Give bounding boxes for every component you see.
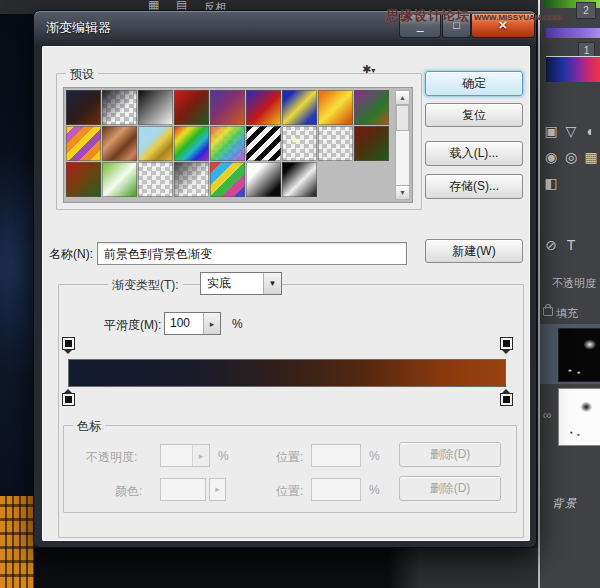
- delete-opacity-stop-button[interactable]: 删除(D): [399, 442, 501, 467]
- layer-thumbnail-dark[interactable]: [558, 328, 600, 382]
- smoothness-label: 平滑度(M):: [104, 317, 161, 334]
- hue-saturation-icon[interactable]: ◉: [542, 145, 560, 169]
- color-stop-right[interactable]: [500, 389, 512, 405]
- exposure-icon[interactable]: ◐: [582, 119, 600, 143]
- stop-opacity-position-field[interactable]: [311, 444, 361, 467]
- gradient-preset-row-spectrum[interactable]: [546, 56, 600, 82]
- watermark-site: 思缘设计论坛: [386, 7, 470, 25]
- gradient-swatch[interactable]: [138, 162, 173, 197]
- stop-opacity-position-label: 位置:: [276, 449, 303, 466]
- gradient-swatch[interactable]: [246, 126, 281, 161]
- chevron-down-icon[interactable]: ▼: [263, 273, 281, 294]
- spinner-arrow-icon[interactable]: ▸: [203, 313, 220, 334]
- adjustments-panel-row2: ⊘ T: [540, 232, 600, 258]
- gradient-swatch[interactable]: [66, 126, 101, 161]
- color-stop-square: [63, 394, 74, 405]
- gradient-swatch[interactable]: [102, 90, 137, 125]
- gradient-swatch[interactable]: [66, 162, 101, 197]
- gradient-swatch[interactable]: [138, 126, 173, 161]
- stop-color-position-unit: %: [369, 483, 380, 497]
- levels-icon[interactable]: ▣: [542, 119, 560, 143]
- gradient-swatch[interactable]: [174, 162, 209, 197]
- stop-opacity-position-unit: %: [369, 449, 380, 463]
- gradient-swatch[interactable]: [282, 90, 317, 125]
- gradient-swatch[interactable]: [354, 90, 389, 125]
- opacity-stop-pointer: [63, 349, 73, 354]
- color-picker-arrow-icon[interactable]: ▸: [209, 478, 226, 501]
- gradient-preset-row-purple[interactable]: [546, 28, 600, 38]
- preset-scrollbar[interactable]: ▲ ▼: [395, 90, 410, 200]
- watermark-url: WWW.MISSYUAN.COM: [474, 13, 562, 22]
- background-layer-label: 背景: [552, 496, 578, 511]
- stops-label: 色标: [73, 418, 105, 435]
- spinner-arrow-icon[interactable]: ▸: [192, 445, 209, 466]
- load-button[interactable]: 载入(L)...: [425, 141, 523, 166]
- new-button[interactable]: 新建(W): [425, 239, 523, 263]
- gradient-swatch[interactable]: [210, 90, 245, 125]
- opacity-stop-square: [63, 338, 74, 349]
- smoothness-stepper[interactable]: 100 ▸: [164, 312, 221, 335]
- gradient-preview-bar[interactable]: [68, 359, 506, 387]
- gradient-swatch[interactable]: [354, 126, 389, 161]
- scroll-down-icon[interactable]: ▼: [396, 185, 409, 199]
- color-stop-square: [501, 394, 512, 405]
- gradient-swatch[interactable]: [246, 90, 281, 125]
- opacity-stop-left[interactable]: [62, 338, 74, 354]
- color-balance-icon[interactable]: ◎: [562, 145, 580, 169]
- dialog-title[interactable]: 渐变编辑器: [46, 19, 111, 37]
- stop-opacity-label: 不透明度:: [86, 449, 137, 466]
- gradient-type-label: 渐变类型(T):: [108, 277, 183, 294]
- link-icon: ∞: [543, 408, 552, 422]
- adjustments-panel: ▣ ▽ ◐ ◉ ◎ ▦ ◧: [540, 118, 600, 196]
- stop-color-label: 颜色:: [115, 483, 142, 500]
- stop-color-swatch[interactable]: [160, 478, 206, 501]
- gradient-editor-dialog: 渐变编辑器 – □ × 预设 ✱▾: [33, 10, 537, 548]
- reset-button[interactable]: 复位: [425, 103, 523, 127]
- gradient-swatch[interactable]: [282, 126, 317, 161]
- invert-icon[interactable]: ⊘: [542, 233, 560, 257]
- opacity-stop-right[interactable]: [500, 338, 512, 354]
- ok-button[interactable]: 确定: [425, 71, 523, 96]
- curves-icon[interactable]: ▽: [562, 119, 580, 143]
- gradient-swatch[interactable]: [174, 126, 209, 161]
- smoothness-value[interactable]: 100: [165, 313, 203, 334]
- gradient-swatch[interactable]: [210, 126, 245, 161]
- gradient-map-icon[interactable]: ◧: [542, 171, 560, 195]
- gear-icon[interactable]: ✱▾: [362, 63, 375, 76]
- color-stop-left[interactable]: [62, 389, 74, 405]
- gradient-swatch[interactable]: [318, 126, 353, 161]
- name-input[interactable]: 前景色到背景色渐变: [97, 242, 407, 265]
- screenshot-stage: ▦ ▤ 反相 2 1 ▣ ▽ ◐ ◉ ◎ ▦ ◧ ⊘ T 不透明度 填充: [0, 0, 600, 588]
- opacity-stop-pointer: [501, 349, 511, 354]
- scroll-up-icon[interactable]: ▲: [396, 91, 409, 105]
- type-icon[interactable]: T: [562, 233, 580, 257]
- preset-count-badge: 2: [576, 2, 596, 19]
- gradient-swatch[interactable]: [102, 162, 137, 197]
- presets-label: 预设: [66, 66, 98, 83]
- gradient-swatch[interactable]: [210, 162, 245, 197]
- dialog-content: 预设 ✱▾: [42, 46, 530, 541]
- stop-opacity-stepper[interactable]: ▸: [160, 444, 210, 467]
- gradient-swatch[interactable]: [246, 162, 281, 197]
- gradient-swatch[interactable]: [318, 90, 353, 125]
- gradient-swatch[interactable]: [282, 162, 317, 197]
- stop-color-position-field[interactable]: [311, 478, 361, 501]
- black-white-icon[interactable]: ▦: [582, 145, 600, 169]
- minimize-icon: –: [416, 23, 423, 38]
- layers-fill-label: 填充: [556, 306, 578, 321]
- layer-thumbnail-light[interactable]: [558, 388, 600, 446]
- smoothness-unit: %: [232, 317, 243, 331]
- scrollbar-thumb[interactable]: [396, 105, 409, 131]
- gradient-swatch[interactable]: [66, 90, 101, 125]
- gradient-swatch[interactable]: [138, 90, 173, 125]
- lock-icon[interactable]: [543, 307, 553, 316]
- preset-swatch-panel: ▲ ▼: [63, 87, 413, 203]
- gradient-swatch[interactable]: [102, 126, 137, 161]
- gradient-swatch[interactable]: [174, 90, 209, 125]
- stop-opacity-unit: %: [218, 449, 229, 463]
- save-button[interactable]: 存储(S)...: [425, 174, 523, 199]
- stop-color-position-label: 位置:: [276, 483, 303, 500]
- preset-swatch-grid: [66, 90, 391, 197]
- gradient-type-select[interactable]: 实底 ▼: [200, 272, 282, 295]
- delete-color-stop-button[interactable]: 删除(D): [399, 476, 501, 501]
